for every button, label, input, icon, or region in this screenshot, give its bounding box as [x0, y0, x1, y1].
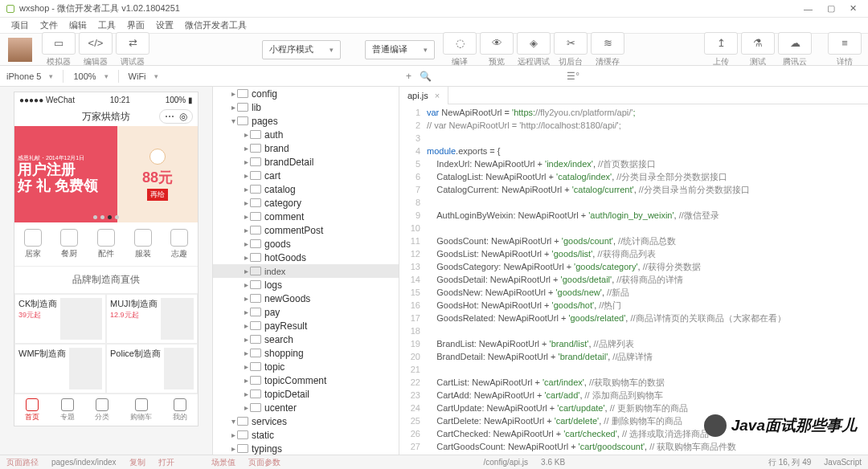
tree-options-icon[interactable]: ☰°: [567, 71, 579, 82]
tabbar-item[interactable]: 我的: [173, 398, 187, 422]
phone-frame: ●●●●● WeChat 10:21 100% ▮ 万家烘焙坊 ⋯ ◎ 感恩礼献…: [14, 92, 199, 426]
page-path: pages/index/index: [45, 458, 123, 467]
brand-grid: CK制造商39元起MUJI制造商12.9元起WMF制造商Police制造商: [14, 294, 198, 394]
window-title: wxshop - 微信开发者工具 v1.02.1804251: [19, 2, 180, 14]
menu-item[interactable]: 设置: [156, 19, 174, 31]
tabbar-item[interactable]: 首页: [25, 398, 39, 422]
category-item[interactable]: 服装: [134, 229, 152, 259]
mode-dropdown[interactable]: 小程序模式▾: [262, 40, 341, 59]
statusbar: 页面路径 pages/index/index 复制 打开 场景值 页面参数 /c…: [0, 455, 868, 469]
maximize-icon[interactable]: ▢: [827, 3, 835, 14]
brand-card[interactable]: CK制造商39元起: [14, 294, 106, 344]
folder-item[interactable]: ▸catalog: [213, 182, 399, 196]
editor-button[interactable]: </>: [79, 32, 113, 55]
folder-item[interactable]: ▸payResult: [213, 319, 399, 332]
secondary-bar: iPhone 5▾ 100%▾ WiFi▾ + 🔍 ☰°: [0, 66, 868, 87]
folder-item[interactable]: ▸commentPost: [213, 223, 399, 237]
category-item[interactable]: 居家: [24, 229, 42, 259]
folder-item[interactable]: ▸brandDetail: [213, 155, 399, 169]
folder-item[interactable]: ▸category: [213, 196, 399, 210]
menu-item[interactable]: 编辑: [69, 19, 87, 31]
path-label: 页面路径: [0, 457, 45, 468]
add-file-icon[interactable]: +: [406, 71, 411, 82]
folder-item[interactable]: ▸topicComment: [213, 373, 399, 387]
menu-item[interactable]: 微信开发者工具: [185, 19, 247, 31]
banner[interactable]: 感恩礼献・2014年12月1日 用户注册 好 礼 免费领 88元 再给: [14, 126, 198, 222]
menu-item[interactable]: 文件: [40, 19, 58, 31]
folder-item[interactable]: ▸typings: [213, 442, 399, 455]
category-item[interactable]: 配件: [97, 229, 115, 259]
folder-item[interactable]: ▾pages: [213, 114, 399, 128]
compile-dropdown[interactable]: 普通编译▾: [365, 40, 435, 59]
folder-item[interactable]: ▸lib: [213, 100, 399, 114]
compile-button[interactable]: ◌: [443, 32, 477, 55]
folder-item[interactable]: ▸static: [213, 428, 399, 442]
preview-button[interactable]: 👁: [480, 32, 514, 55]
language: JavaScript: [817, 458, 868, 467]
folder-item[interactable]: ▸config: [213, 87, 399, 100]
folder-item[interactable]: ▸topicDetail: [213, 387, 399, 401]
simulator-button[interactable]: ▭: [42, 32, 76, 55]
file-tree[interactable]: ▸config▸lib▾pages▸auth▸brand▸brandDetail…: [213, 87, 399, 455]
avatar[interactable]: [8, 38, 32, 62]
tabbar-item[interactable]: 专题: [60, 398, 75, 422]
brand-card[interactable]: WMF制造商: [14, 344, 106, 394]
test-button[interactable]: ⚗: [741, 32, 775, 55]
target-icon[interactable]: ◎: [179, 111, 187, 122]
close-icon[interactable]: ✕: [850, 3, 857, 14]
remote-debug-button[interactable]: ◈: [517, 32, 551, 55]
folder-item[interactable]: ▸topic: [213, 360, 399, 373]
source-code[interactable]: var NewApiRootUrl = 'https://fly2you.cn/…: [427, 104, 868, 455]
file-size: 3.6 KB: [534, 458, 571, 467]
folder-item[interactable]: ▸brand: [213, 141, 399, 155]
folder-item[interactable]: ▸shopping: [213, 346, 399, 360]
line-gutter: 1234567891011121314151617181920212223242…: [399, 104, 427, 455]
folder-item[interactable]: ▸newGoods: [213, 292, 399, 305]
toolbar-detail-group: ≡ 详情: [828, 32, 862, 67]
folder-item[interactable]: ▸pay: [213, 305, 399, 319]
menu-dots-icon[interactable]: ⋯: [165, 111, 174, 122]
brand-card[interactable]: Police制造商: [106, 344, 198, 394]
category-row: 居家餐厨配件服装志趣: [14, 222, 198, 267]
copy-button[interactable]: 复制: [123, 457, 152, 468]
background-button[interactable]: ✂: [554, 32, 588, 55]
detail-button[interactable]: ≡: [828, 32, 862, 55]
phone-statusbar: ●●●●● WeChat 10:21 100% ▮: [14, 92, 198, 107]
zoom-select[interactable]: 100%▾: [67, 69, 114, 84]
upload-button[interactable]: ↥: [704, 32, 738, 55]
folder-item[interactable]: ▸cart: [213, 169, 399, 182]
folder-item[interactable]: ▾services: [213, 414, 399, 428]
folder-item[interactable]: ▸logs: [213, 278, 399, 292]
clear-cache-button[interactable]: ≋: [591, 32, 624, 55]
folder-item[interactable]: ▸comment: [213, 210, 399, 223]
folder-item[interactable]: ▸index: [213, 264, 399, 278]
toolbar-mid-group: ◌ 👁 ◈ ✂ ≋ 编译预览远程调试切后台清缓存: [443, 32, 624, 67]
simulator-panel: ●●●●● WeChat 10:21 100% ▮ 万家烘焙坊 ⋯ ◎ 感恩礼献…: [0, 87, 213, 455]
tabbar: 首页专题分类购物车我的: [14, 394, 198, 426]
params-label: 页面参数: [242, 457, 287, 468]
tencent-cloud-button[interactable]: ☁: [778, 32, 812, 55]
folder-item[interactable]: ▸hotGoods: [213, 251, 399, 264]
phone-navbar: 万家烘焙坊 ⋯ ◎: [14, 107, 198, 126]
network-select[interactable]: WiFi▾: [122, 69, 165, 84]
menu-item[interactable]: 项目: [11, 19, 29, 31]
editor-tab[interactable]: api.js×: [399, 87, 448, 104]
menu-item[interactable]: 界面: [127, 19, 145, 31]
folder-item[interactable]: ▸auth: [213, 128, 399, 141]
category-item[interactable]: 志趣: [170, 229, 188, 259]
open-button[interactable]: 打开: [152, 457, 181, 468]
minimize-icon[interactable]: —: [804, 3, 813, 14]
category-item[interactable]: 餐厨: [60, 229, 78, 259]
folder-item[interactable]: ▸search: [213, 332, 399, 346]
folder-item[interactable]: ▸ucenter: [213, 401, 399, 414]
tabbar-item[interactable]: 分类: [95, 398, 109, 422]
tab-close-icon[interactable]: ×: [435, 91, 440, 100]
folder-item[interactable]: ▸goods: [213, 237, 399, 251]
brand-card[interactable]: MUJI制造商12.9元起: [106, 294, 198, 344]
debugger-button[interactable]: ⇄: [116, 32, 149, 55]
menu-item[interactable]: 工具: [98, 19, 116, 31]
watermark: Java面试那些事儿: [704, 414, 857, 437]
tabbar-item[interactable]: 购物车: [130, 398, 152, 422]
device-select[interactable]: iPhone 5▾: [0, 69, 59, 84]
search-icon[interactable]: 🔍: [420, 71, 432, 82]
